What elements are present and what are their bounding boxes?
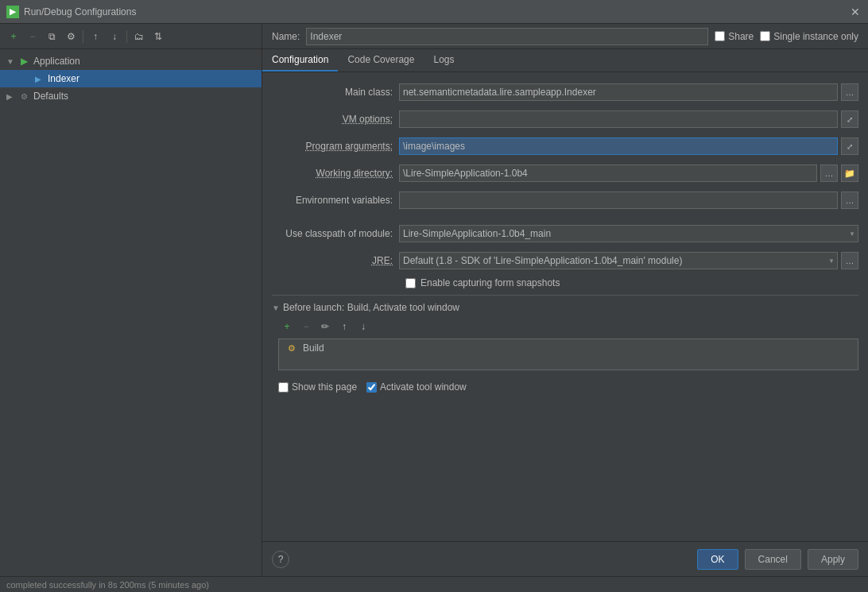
working-dir-browse-button[interactable]: … — [820, 164, 838, 182]
before-launch-label: Before launch: Build, Activate tool wind… — [283, 302, 459, 313]
jre-browse-button[interactable]: … — [841, 252, 858, 269]
env-vars-browse-button[interactable]: … — [841, 192, 858, 209]
env-vars-label: Environment variables: — [272, 195, 399, 206]
indexer-label: Indexer — [48, 73, 79, 84]
move-down-button[interactable]: ↓ — [106, 28, 123, 45]
left-toolbar: + − ⧉ ⚙ ↑ ↓ 🗂 ⇅ — [0, 24, 262, 49]
remove-config-button[interactable]: − — [24, 28, 41, 45]
tab-code-coverage[interactable]: Code Coverage — [338, 49, 424, 72]
activate-window-label: Activate tool window — [380, 381, 467, 393]
program-args-input[interactable] — [399, 137, 838, 155]
before-launch-list: ⚙ Build — [278, 339, 858, 370]
defaults-label: Defaults — [33, 91, 68, 102]
add-config-button[interactable]: + — [5, 28, 22, 45]
tree-container: ▼ ▶ Application ▶ Indexer ▶ ⚙ Defaults — [0, 49, 262, 576]
program-args-row: Program arguments: ⤢ — [272, 136, 858, 157]
working-dir-label: Working directory: — [272, 168, 399, 179]
build-launch-item[interactable]: ⚙ Build — [279, 339, 858, 357]
jre-row: JRE: Default (1.8 - SDK of 'Lire-SimpleA… — [272, 250, 858, 271]
show-page-checkbox-label[interactable]: Show this page — [278, 381, 357, 393]
classpath-label: Use classpath of module: — [272, 228, 399, 239]
single-instance-checkbox[interactable] — [760, 31, 770, 41]
activate-window-checkbox[interactable] — [366, 382, 377, 393]
remove-launch-button[interactable]: − — [297, 318, 315, 335]
settings-button[interactable]: ⚙ — [62, 28, 79, 45]
tree-item-application[interactable]: ▼ ▶ Application — [0, 52, 262, 70]
close-button[interactable]: ✕ — [849, 6, 862, 18]
jre-input-area: Default (1.8 - SDK of 'Lire-SimpleApplic… — [399, 252, 858, 269]
help-button[interactable]: ? — [272, 551, 289, 568]
tree-item-defaults[interactable]: ▶ ⚙ Defaults — [0, 87, 262, 105]
window-title: Run/Debug Configurations — [24, 6, 849, 17]
up-launch-button[interactable]: ↑ — [335, 318, 353, 335]
title-bar: ▶ Run/Debug Configurations ✕ — [0, 0, 868, 24]
jre-select[interactable]: Default (1.8 - SDK of 'Lire-SimpleApplic… — [399, 252, 838, 269]
jre-select-wrapper: Default (1.8 - SDK of 'Lire-SimpleApplic… — [399, 252, 838, 269]
show-page-label: Show this page — [292, 381, 357, 393]
expand-arrow: ▼ — [6, 57, 17, 66]
apply-button[interactable]: Apply — [808, 549, 858, 570]
program-args-label: Program arguments: — [272, 141, 399, 152]
section-toolbar: + − ✏ ↑ ↓ — [278, 318, 858, 335]
show-activate-row: Show this page Activate tool window — [272, 377, 858, 397]
before-launch-section: ▼ Before launch: Build, Activate tool wi… — [272, 295, 858, 397]
vm-options-expand-button[interactable]: ⤢ — [841, 110, 858, 128]
add-launch-button[interactable]: + — [278, 318, 296, 335]
edit-launch-button[interactable]: ✏ — [316, 318, 334, 335]
sort-button[interactable]: ⇅ — [149, 28, 167, 45]
env-vars-row: Environment variables: … — [272, 190, 858, 211]
env-vars-input[interactable] — [399, 192, 838, 209]
config-content: Main class: … VM options: ⤢ Program argu… — [262, 72, 868, 541]
tabs-bar: Configuration Code Coverage Logs — [262, 49, 868, 72]
main-class-browse-button[interactable]: … — [841, 83, 858, 101]
working-dir-input[interactable] — [399, 164, 817, 182]
tab-configuration[interactable]: Configuration — [262, 49, 338, 72]
main-class-row: Main class: … — [272, 82, 858, 103]
left-panel: + − ⧉ ⚙ ↑ ↓ 🗂 ⇅ ▼ ▶ Application ▶ Index — [0, 24, 262, 576]
config-icon: ▶ — [32, 72, 45, 85]
footer-left: ? — [272, 542, 289, 576]
spacer — [272, 217, 858, 223]
classpath-row: Use classpath of module: Lire-SimpleAppl… — [272, 223, 858, 244]
show-page-checkbox[interactable] — [278, 382, 289, 393]
working-dir-input-area: … 📁 — [399, 164, 858, 182]
main-class-input-area: … — [399, 83, 858, 101]
cancel-button[interactable]: Cancel — [745, 549, 801, 570]
expand-arrow2: ▶ — [6, 92, 17, 101]
working-dir-folder-button[interactable]: 📁 — [841, 164, 858, 182]
activate-window-checkbox-label[interactable]: Activate tool window — [366, 381, 467, 393]
share-checkbox-label[interactable]: Share — [715, 31, 754, 42]
classpath-select[interactable]: Lire-SimpleApplication-1.0b4_main — [399, 225, 858, 242]
enable-snapshots-label: Enable capturing form snapshots — [420, 277, 560, 288]
right-panel: Name: Share Single instance only Configu… — [262, 24, 868, 576]
defaults-icon: ⚙ — [17, 90, 30, 103]
before-launch-header: ▼ Before launch: Build, Activate tool wi… — [272, 302, 858, 313]
header-right: Share Single instance only — [715, 31, 858, 42]
application-label: Application — [33, 56, 80, 67]
vm-options-input[interactable] — [399, 110, 838, 128]
application-icon: ▶ — [17, 55, 30, 68]
program-args-input-area: ⤢ — [399, 137, 858, 155]
main-class-input[interactable] — [399, 83, 838, 101]
single-instance-checkbox-label[interactable]: Single instance only — [760, 31, 858, 42]
move-up-button[interactable]: ↑ — [87, 28, 104, 45]
tree-item-indexer[interactable]: ▶ Indexer — [0, 70, 262, 87]
share-checkbox[interactable] — [715, 31, 725, 41]
copy-config-button[interactable]: ⧉ — [43, 28, 60, 45]
tab-logs[interactable]: Logs — [424, 49, 463, 72]
enable-snapshots-checkbox[interactable] — [405, 278, 416, 288]
down-launch-button[interactable]: ↓ — [355, 318, 372, 335]
name-label: Name: — [272, 31, 300, 42]
vm-options-input-area: ⤢ — [399, 110, 858, 128]
build-label: Build — [303, 342, 324, 354]
single-instance-label: Single instance only — [773, 31, 858, 42]
app-icon: ▶ — [6, 6, 19, 18]
working-dir-row: Working directory: … 📁 — [272, 163, 858, 184]
program-args-expand-button[interactable]: ⤢ — [841, 137, 858, 155]
classpath-select-wrapper: Lire-SimpleApplication-1.0b4_main — [399, 225, 858, 242]
classpath-input-area: Lire-SimpleApplication-1.0b4_main — [399, 225, 858, 242]
folder-button[interactable]: 🗂 — [130, 28, 148, 45]
dialog-footer: ? OK Cancel Apply — [262, 541, 868, 576]
name-input[interactable] — [306, 28, 708, 45]
ok-button[interactable]: OK — [697, 549, 738, 570]
